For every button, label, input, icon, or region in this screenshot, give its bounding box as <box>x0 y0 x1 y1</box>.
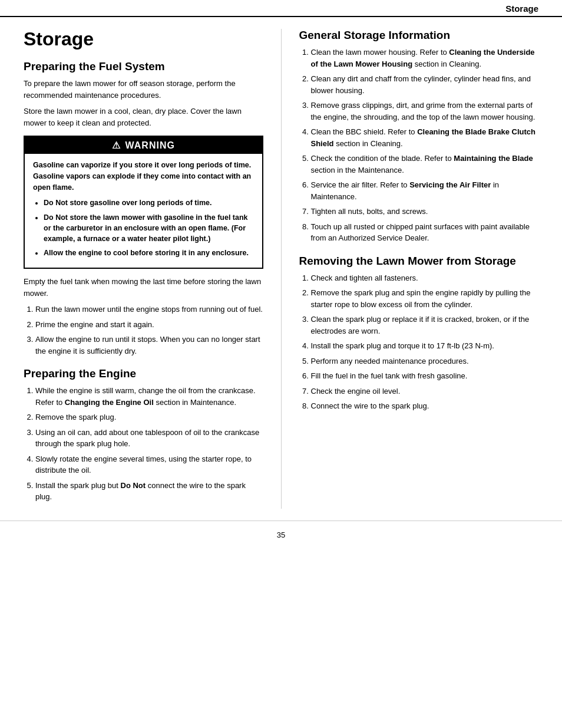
warning-icon: ⚠ <box>112 140 121 151</box>
fuel-system-title: Preparing the Fuel System <box>24 60 263 73</box>
fuel-step-2: Prime the engine and start it again. <box>35 319 263 331</box>
rs-step-2: Remove the spark plug and spin the engin… <box>311 287 539 310</box>
rs-step-8: Connect the wire to the spark plug. <box>311 400 539 412</box>
engine-step-5: Install the spark plug but Do Not connec… <box>35 480 263 503</box>
engine-step-2: Remove the spark plug. <box>35 411 263 423</box>
fuel-step-1: Run the lawn mower until the engine stop… <box>35 304 263 315</box>
preparing-engine-title: Preparing the Engine <box>24 367 263 380</box>
left-column: Storage Preparing the Fuel System To pre… <box>24 29 282 509</box>
fuel-steps-list: Run the lawn mower until the engine stop… <box>24 304 263 357</box>
rs-step-1: Check and tighten all fasteners. <box>311 272 539 284</box>
warning-bullet-3: Allow the engine to cool before storing … <box>44 248 254 258</box>
warning-box: ⚠ WARNING Gasoline can vaporize if you s… <box>24 136 263 269</box>
gs-step-4: Clean the BBC shield. Refer to Cleaning … <box>311 126 539 149</box>
page-title: Storage <box>24 29 263 50</box>
page-footer: 35 <box>0 521 562 549</box>
gs-step-8: Touch up all rusted or chipped paint sur… <box>311 221 539 244</box>
engine-steps-list: While the engine is still warm, change t… <box>24 385 263 503</box>
header-title: Storage <box>505 4 538 14</box>
rs-step-5: Perform any needed maintenance procedure… <box>311 355 539 367</box>
rs-step-3: Clean the spark plug or replace it if it… <box>311 314 539 337</box>
right-column: General Storage Information Clean the la… <box>282 29 539 509</box>
warning-bullet-2: Do Not store the lawn mower with gasolin… <box>44 212 254 244</box>
rs-step-4: Install the spark plug and torque it to … <box>311 340 539 352</box>
page-content: Storage Preparing the Fuel System To pre… <box>0 17 562 521</box>
removing-storage-steps: Check and tighten all fasteners. Remove … <box>299 272 539 412</box>
warning-header: ⚠ WARNING <box>25 137 262 154</box>
warning-label: WARNING <box>125 140 175 151</box>
gs-step-3: Remove grass clippings, dirt, and grime … <box>311 100 539 123</box>
removing-storage-title: Removing the Lawn Mower from Storage <box>299 255 539 268</box>
warning-body: Gasoline can vaporize if you store it ov… <box>25 154 262 268</box>
after-warning-text: Empty the fuel tank when mowing the last… <box>24 276 263 299</box>
gs-step-7: Tighten all nuts, bolts, and screws. <box>311 206 539 218</box>
warning-body-text: Gasoline can vaporize if you store it ov… <box>33 160 254 193</box>
engine-step-1: While the engine is still warm, change t… <box>35 385 263 408</box>
fuel-intro-p2: Store the lawn mower in a cool, clean, d… <box>24 106 263 129</box>
gs-step-1: Clean the lawn mower housing. Refer to C… <box>311 47 539 70</box>
gs-step-6: Service the air filter. Refer to Servici… <box>311 179 539 202</box>
rs-step-6: Fill the fuel in the fuel tank with fres… <box>311 370 539 382</box>
fuel-intro-p1: To prepare the lawn mower for off season… <box>24 78 263 101</box>
general-storage-steps: Clean the lawn mower housing. Refer to C… <box>299 47 539 244</box>
gs-step-2: Clean any dirt and chaff from the cylind… <box>311 73 539 96</box>
engine-step-4: Slowly rotate the engine several times, … <box>35 453 263 476</box>
fuel-step-3: Allow the engine to run until it stops. … <box>35 334 263 357</box>
gs-step-5: Check the condition of the blade. Refer … <box>311 153 539 176</box>
general-storage-title: General Storage Information <box>299 29 539 42</box>
warning-bullet-list: Do Not store gasoline over long periods … <box>33 197 254 258</box>
warning-bullet-1: Do Not store gasoline over long periods … <box>44 197 254 208</box>
engine-step-3: Using an oil can, add about one tablespo… <box>35 427 263 450</box>
rs-step-7: Check the engine oil level. <box>311 386 539 397</box>
page-number: 35 <box>277 531 285 539</box>
page-header: Storage <box>0 0 562 17</box>
